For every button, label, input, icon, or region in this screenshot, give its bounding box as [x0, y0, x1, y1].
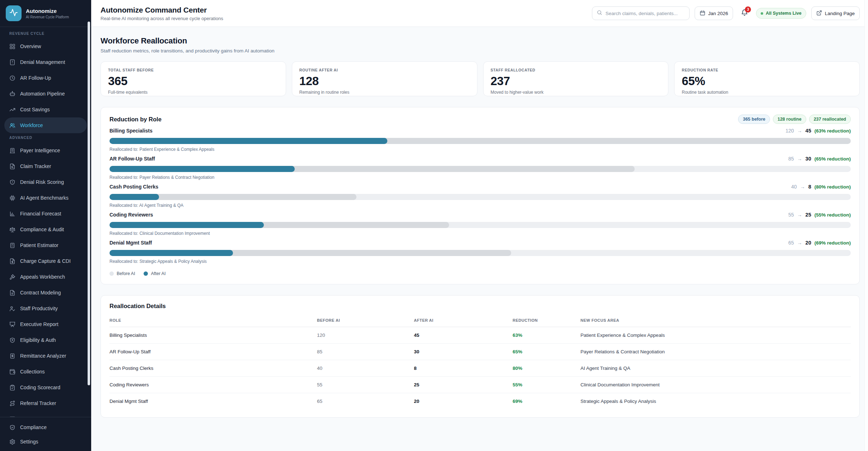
before-value: 120: [785, 128, 794, 134]
app-subtitle: AI Revenue Cycle Platform: [26, 15, 69, 19]
status-label: All Systems Live: [766, 11, 801, 16]
legend-dot-icon: [109, 271, 114, 276]
summary-badge-237-reallocated: 237 reallocated: [809, 115, 851, 124]
sidebar-item-label: AI Agent Benchmarks: [20, 195, 69, 201]
sidebar-item-appeals-workbench[interactable]: Appeals Workbench: [4, 269, 87, 285]
bar-track: [109, 194, 851, 200]
role-label: Cash Posting Clerks: [109, 184, 158, 190]
file-text-icon: [9, 290, 15, 296]
sidebar-item-system-health[interactable]: System Health: [4, 411, 87, 417]
table-row-coding-reviewers: Coding Reviewers552555%Clinical Document…: [109, 377, 851, 393]
cell-role: Billing Specialists: [109, 327, 317, 344]
bar-track: [109, 222, 851, 228]
table-row-billing-specialists: Billing Specialists1204563%Patient Exper…: [109, 327, 851, 344]
sidebar-header: Autonomize AI Revenue Cycle Platform: [0, 0, 91, 27]
sidebar-item-label: Staff Productivity: [20, 306, 58, 311]
content: Workforce Reallocation Staff reduction m…: [91, 27, 868, 418]
after-value: 25: [806, 212, 811, 218]
cell-reduction: 55%: [513, 377, 580, 393]
legend-item-before-ai: Before AI: [109, 271, 135, 276]
legend-label: Before AI: [117, 271, 135, 276]
landing-page-button[interactable]: Landing Page: [811, 6, 860, 20]
sidebar-item-cost-savings[interactable]: Cost Savings: [4, 102, 87, 117]
stat-label: REDUCTION RATE: [682, 68, 852, 72]
sidebar-item-ai-agent-benchmarks[interactable]: AI Agent Benchmarks: [4, 190, 87, 206]
nav-section-label-revenue-cycle: REVENUE CYCLE: [4, 29, 87, 38]
role-values: 120→45(63% reduction): [785, 128, 851, 134]
sidebar-item-contract-modeling[interactable]: Contract Modeling: [4, 285, 87, 301]
arrow-right-icon: →: [797, 240, 802, 246]
sidebar-item-label: Payer Intelligence: [20, 148, 60, 153]
sidebar-item-label: Coding Scorecard: [20, 385, 60, 390]
sidebar-item-payer-intelligence[interactable]: Payer Intelligence: [4, 143, 87, 158]
user-check-icon: [9, 306, 15, 312]
sidebar-item-settings[interactable]: Settings: [4, 434, 87, 449]
sidebar-item-financial-forecast[interactable]: Financial Forecast: [4, 206, 87, 222]
main-area: Autonomize Command Center Real-time AI m…: [91, 0, 868, 451]
sidebar-item-remittance-analyzer[interactable]: Remittance Analyzer: [4, 348, 87, 364]
notifications-button[interactable]: 3: [738, 6, 751, 20]
stat-sub: Moved to higher-value work: [491, 90, 661, 95]
sidebar-item-claim-tracker[interactable]: Claim Tracker: [4, 158, 87, 174]
status-dot-icon: [761, 12, 763, 15]
stat-card-staff-reallocated: STAFF REALLOCATED237Moved to higher-valu…: [483, 61, 669, 96]
sidebar-item-overview[interactable]: Overview: [4, 38, 87, 54]
sidebar-item-compliance[interactable]: Compliance: [4, 420, 87, 434]
reduction-row-ar-follow-up-staff: AR Follow-Up Staff85→30(65% reduction)Re…: [109, 156, 851, 180]
sidebar-item-workforce[interactable]: Workforce: [4, 117, 87, 133]
stat-label: STAFF REALLOCATED: [491, 68, 661, 72]
sidebar-item-label: Collections: [20, 369, 45, 375]
sidebar-item-staff-productivity[interactable]: Staff Productivity: [4, 301, 87, 316]
table-title: Reallocation Details: [109, 303, 851, 310]
sidebar-item-ar-follow-up[interactable]: AR Follow-Up: [4, 70, 87, 86]
sidebar-nav: REVENUE CYCLEOverviewDenial ManagementAR…: [0, 27, 91, 417]
logo-text: Autonomize AI Revenue Cycle Platform: [26, 8, 69, 19]
sidebar-item-denial-risk-scoring[interactable]: Denial Risk Scoring: [4, 174, 87, 190]
nav-section-label-advanced: ADVANCED: [4, 133, 87, 143]
table-col-role: ROLE: [109, 315, 317, 327]
reallocated-to-label: Reallocated to: AI Agent Training & QA: [109, 203, 851, 208]
autonomize-logo[interactable]: [6, 5, 22, 21]
sidebar-item-executive-report[interactable]: Executive Report: [4, 316, 87, 332]
cell-new-focus-area: Payer Relations & Contract Negotiation: [580, 344, 851, 360]
sidebar-item-coding-scorecard[interactable]: Coding Scorecard: [4, 380, 87, 395]
date-picker-button[interactable]: Jan 2026: [695, 6, 733, 20]
cell-new-focus-area: Patient Experience & Complex Appeals: [580, 327, 851, 344]
sidebar-item-label: Financial Forecast: [20, 211, 61, 217]
arrow-right-icon: →: [797, 212, 802, 218]
table-col-before-ai: BEFORE AI: [317, 315, 414, 327]
bot-icon: [9, 91, 15, 97]
sidebar-item-patient-estimator[interactable]: Patient Estimator: [4, 237, 87, 253]
shield-plus-icon: [9, 337, 15, 343]
cell-role: AR Follow-Up Staff: [109, 344, 317, 360]
stat-card-total-staff-before: TOTAL STAFF BEFORE365Full-time equivalen…: [101, 61, 286, 96]
search-input[interactable]: [606, 11, 685, 16]
bar-after-segment: [109, 222, 264, 228]
sidebar-item-automation-pipeline[interactable]: Automation Pipeline: [4, 86, 87, 102]
sidebar-item-collections[interactable]: Collections: [4, 364, 87, 380]
page-scrollbar[interactable]: [864, 0, 868, 451]
sidebar-item-label: Charge Capture & CDI: [20, 258, 71, 264]
role-label: Denial Mgmt Staff: [109, 240, 152, 246]
system-status-badge: All Systems Live: [756, 8, 806, 19]
sidebar-item-charge-capture-cdi[interactable]: Charge Capture & CDI: [4, 253, 87, 269]
topbar-actions: Jan 2026 3 All Systems Live Landing Page: [592, 6, 860, 20]
sidebar-item-compliance-audit[interactable]: Compliance & Audit: [4, 222, 87, 237]
section-title: Workforce Reallocation: [101, 36, 860, 46]
after-value: 30: [806, 156, 811, 162]
sidebar-item-denial-management[interactable]: Denial Management: [4, 54, 87, 70]
reduction-percent: (55% reduction): [815, 212, 851, 218]
sidebar-item-eligibility-auth[interactable]: Eligibility & Auth: [4, 332, 87, 348]
table-col-new-focus-area: NEW FOCUS AREA: [580, 315, 851, 327]
sidebar-item-label: Executive Report: [20, 321, 59, 327]
sidebar-item-referral-tracker[interactable]: Referral Tracker: [4, 395, 87, 411]
reduction-panel-header: Reduction by Role 365 before128 routine2…: [109, 115, 851, 124]
summary-badge-365-before: 365 before: [738, 115, 770, 124]
bar-after-segment: [109, 194, 159, 200]
bar-track: [109, 250, 851, 256]
after-value: 45: [806, 128, 811, 134]
shield-alert-icon: [9, 179, 15, 185]
reallocation-details-panel: Reallocation Details ROLEBEFORE AIAFTER …: [101, 295, 860, 418]
cell-before-ai: 85: [317, 344, 414, 360]
sidebar-scrollbar-thumb[interactable]: [88, 22, 90, 385]
